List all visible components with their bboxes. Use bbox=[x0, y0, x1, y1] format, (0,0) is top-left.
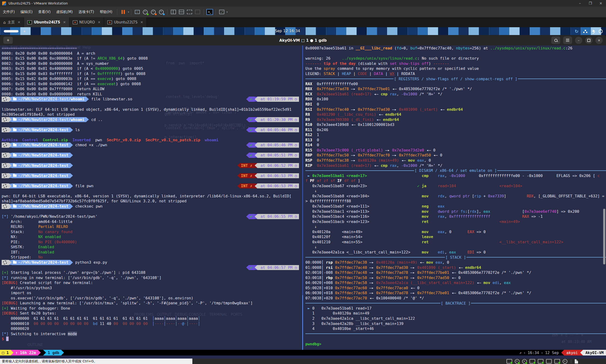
terminal-minimize-button[interactable]: – bbox=[575, 37, 582, 44]
printer-device-icon[interactable] bbox=[546, 359, 552, 364]
menu-查看V[interactable]: 查看(V) bbox=[36, 10, 54, 14]
terminal-line: 4 0x4010be _start+46 bbox=[305, 326, 606, 331]
menu-button[interactable] bbox=[563, 37, 572, 44]
revert-snapshot-button[interactable] bbox=[150, 9, 157, 15]
command-ok-badge: ✔ at 01:19:59 PM ◷ bbox=[246, 97, 299, 102]
menu-文件F[interactable]: 文件(F) bbox=[0, 10, 17, 14]
terminal-maximize-button[interactable] bbox=[585, 37, 593, 44]
cdrom-device-icon[interactable] bbox=[515, 359, 520, 364]
shell-prompt: ~/PWN/NewStar2024-test bbox=[2, 204, 73, 209]
terminal-line: R13 0 bbox=[305, 138, 606, 143]
powerline-arrow bbox=[561, 350, 564, 355]
tab-close-icon[interactable]: ✕ bbox=[98, 20, 100, 24]
tmux-status-bar: □ 1 ↑ 16h 22m 1 gdb ↗ ‹ 16:34 ‹ 12 Sep a… bbox=[0, 350, 606, 355]
command-text: python3 exp.py bbox=[73, 260, 107, 265]
terminal-line: 0x00007e3aee51ba61 in __GI___libc_read (… bbox=[305, 46, 606, 51]
prompt-path: ~/PWN/NewStar2024-test bbox=[18, 204, 68, 209]
prompt-status-icon bbox=[3, 174, 7, 178]
tab-close-icon[interactable]: ✕ bbox=[140, 20, 143, 24]
power-icon[interactable] bbox=[599, 29, 603, 33]
terminal-line: pwn: ELF 64-bit LSB executable, x86-64, … bbox=[2, 194, 302, 199]
menu-编辑E[interactable]: 编辑(E) bbox=[17, 10, 35, 14]
tab-label: NEUQRO bbox=[79, 20, 95, 24]
window-close-button[interactable]: × bbox=[596, 1, 606, 5]
prompt-status-icon bbox=[3, 118, 7, 121]
manage-snapshots-button[interactable] bbox=[158, 9, 165, 15]
terminal-line: > 0xffffffffffffff88 bbox=[305, 199, 606, 204]
floppy-device-icon[interactable] bbox=[529, 359, 535, 364]
menu-帮助H[interactable]: 帮助(H) bbox=[97, 10, 115, 14]
tmux-right-pane-gdb[interactable]: 0x00007e3aee51ba61 in __GI___libc_read (… bbox=[304, 45, 606, 350]
send-ctrl-alt-del-button[interactable]: ⇩ bbox=[134, 9, 141, 15]
sound-device-icon[interactable] bbox=[554, 359, 560, 364]
pause-dropdown-caret-icon[interactable]: ▾ bbox=[128, 11, 129, 13]
cdrom2-device-icon[interactable] bbox=[522, 359, 527, 364]
section-rule: [ BACKTRACE ] bbox=[305, 300, 606, 306]
new-tab-button[interactable]: + bbox=[3, 37, 13, 44]
usb-device-icon[interactable] bbox=[563, 359, 567, 364]
gnome-clock[interactable]: Sep 12 16:34 bbox=[275, 29, 300, 33]
terminal-line: [*] '/home/akyoi/PWN/NewStar2024-test/pw… bbox=[2, 214, 302, 219]
harddisk-device-icon[interactable] bbox=[507, 359, 512, 364]
terminal-line: pwndbg> bbox=[305, 341, 606, 347]
terminal-close-button[interactable]: × bbox=[595, 37, 603, 44]
terminal-line: [DEBUG] Created script for new terminal: bbox=[2, 280, 302, 286]
shell-prompt: ~/PWN/NewStar2024-test bbox=[2, 127, 73, 132]
tmux-left-pane-shell[interactable]: =================================0000: 0… bbox=[0, 45, 302, 350]
window-maximize-button[interactable]: ❐ bbox=[585, 1, 596, 5]
fullscreen-guest-button[interactable] bbox=[186, 9, 193, 15]
prompt-status-icon bbox=[3, 260, 7, 264]
search-button[interactable] bbox=[551, 37, 560, 44]
network-adapter-icon[interactable] bbox=[538, 359, 543, 364]
terminal-line: [*] running in new terminal: ['/usr/bin/… bbox=[2, 275, 302, 280]
network-icon[interactable] bbox=[583, 30, 587, 33]
scrollbar-thumb[interactable] bbox=[603, 209, 605, 264]
fit-guest-button[interactable]: ⤢ bbox=[218, 9, 225, 15]
toolbar-separator bbox=[215, 9, 216, 15]
show-thumbnail-bar-button[interactable] bbox=[178, 9, 185, 15]
tab-Ubuntu24LTS[interactable]: Ubuntu24LTS✕ bbox=[24, 17, 69, 27]
terminal-line: $ █ bbox=[2, 336, 302, 341]
tab-主页[interactable]: ⌂主页✕ bbox=[0, 17, 24, 27]
menu-虚拟机M[interactable]: 虚拟机(M) bbox=[54, 10, 76, 14]
volume-icon[interactable] bbox=[592, 30, 594, 32]
take-snapshot-button[interactable] bbox=[142, 9, 149, 15]
terminal-line: 0x7e3aee51bacb <read+123> ret <main+49> bbox=[305, 219, 606, 224]
toolbar-separator bbox=[203, 9, 204, 15]
terminal-line: ~/PWN/NewStar2024-test ls✔ at 04:05:46 P… bbox=[2, 127, 302, 132]
terminal-line: [*] Switching to interactive mode bbox=[2, 331, 302, 337]
prompt-status-icon bbox=[3, 184, 7, 188]
vmware-titlebar: Ubuntu24LTS - VMware Workstation – ❐ × bbox=[0, 0, 606, 7]
terminal-line: RBX 0x7ffdec77ad78 —▸ 0x7ffdec77be01 ◂— … bbox=[305, 86, 606, 91]
tmux-window-index[interactable]: □ 1 bbox=[0, 350, 11, 355]
tab-close-icon[interactable]: ✕ bbox=[17, 20, 20, 24]
terminal-line: IBT: Enabled bbox=[2, 250, 302, 255]
terminal-line: 0001: 0x15 0x00 0x06 0xc000003e if (A !=… bbox=[2, 56, 302, 61]
terminal-line: 0005: 0x15 0x02 0x00 0x0000003b if (A ==… bbox=[2, 76, 302, 81]
tab-close-icon[interactable]: ✕ bbox=[63, 20, 66, 24]
terminal-line: 0x7e3aee51ba67 <read+23> ✓ ja read+104 <… bbox=[305, 183, 606, 189]
tab-Ubuntu22LTS[interactable]: Ubuntu22LTS✕ bbox=[104, 17, 147, 27]
fit-dropdown-caret-icon[interactable]: ▾ bbox=[227, 11, 228, 13]
message-log-icon[interactable] bbox=[575, 359, 578, 364]
menu-选项卡T[interactable]: 选项卡(T) bbox=[76, 10, 97, 14]
show-library-button[interactable] bbox=[170, 9, 177, 15]
command-text: ls bbox=[73, 128, 80, 132]
terminal-line: import os bbox=[2, 290, 302, 296]
pause-vm-button[interactable] bbox=[120, 9, 127, 15]
terminal-line: R12 1 bbox=[305, 132, 606, 138]
terminal-line: ~/PWN/NewStar2024-test/whoami cd ..✔ at … bbox=[2, 117, 302, 122]
activities-pill[interactable] bbox=[4, 30, 18, 32]
terminal-line: RAX 0xfffffffffffffe00 bbox=[305, 81, 606, 87]
terminal-line: ~/PWN/NewStar2024-test python3 exp.py bbox=[2, 260, 302, 265]
tab-NEUQRO[interactable]: NEUQRO✕ bbox=[69, 17, 104, 27]
window-minimize-button[interactable]: – bbox=[575, 1, 585, 5]
shell-prompt: ~/PWN/NewStar2024-test bbox=[2, 143, 73, 148]
updates-icon[interactable]: ↻ bbox=[575, 29, 579, 34]
console-view-button-active[interactable]: >_ bbox=[206, 9, 213, 15]
tmux-active-window[interactable]: 1 gdb bbox=[46, 350, 61, 355]
terminal-line: ------- tip of the day (disable with set… bbox=[305, 61, 606, 66]
terminal-line: 3 0x7e3aee42a28b __libc_start_main+139 bbox=[305, 321, 606, 326]
shell-prompt: ~/PWN/NewStar2024-test bbox=[2, 183, 73, 189]
command-text bbox=[73, 173, 75, 178]
